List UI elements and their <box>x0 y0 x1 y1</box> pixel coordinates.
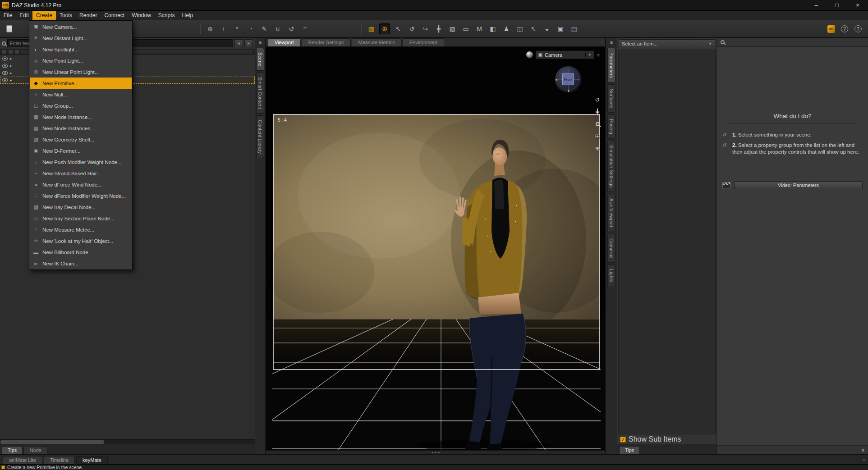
geometry-editor-tool-icon[interactable]: ◧ <box>487 23 498 34</box>
tab-lights[interactable]: Lights <box>607 265 615 287</box>
orbit-tool-icon[interactable]: ◔ <box>245 23 256 34</box>
tab-cameras[interactable]: Cameras <box>607 234 615 263</box>
tab-keymate[interactable]: keyMate <box>76 456 108 464</box>
maximize-button[interactable]: □ <box>827 0 847 10</box>
menu-item-new-push-modifier-weight-node[interactable]: ↕New Push Modifier Weight Node... <box>30 156 132 168</box>
tab-node[interactable]: Node <box>23 446 47 454</box>
close-button[interactable]: × <box>847 0 868 10</box>
viewport-3d-scene[interactable]: 5 : 4 <box>266 47 605 450</box>
menu-scripts[interactable]: Scripts <box>155 11 179 20</box>
search-icon[interactable] <box>721 40 725 44</box>
pane-options-icon[interactable]: ≡ <box>610 39 613 46</box>
view-navigation-cube[interactable]: Front <box>555 66 582 93</box>
visibility-column-chip[interactable] <box>2 50 7 54</box>
menu-item-new-camera[interactable]: ▣New Camera... <box>30 21 132 32</box>
viewport-resize-strip[interactable] <box>266 450 605 454</box>
viewport-options-icon[interactable]: ≡ <box>597 51 600 59</box>
menu-item-new-d-former[interactable]: ◉New D-Former... <box>30 145 132 156</box>
menu-item-new-spotlight[interactable]: ◐New Spotlight... <box>30 44 132 55</box>
selection-pointer-icon[interactable]: ▸ <box>10 71 12 75</box>
tab-tips-left[interactable]: Tips <box>2 446 23 454</box>
menu-edit[interactable]: Edit <box>16 11 32 20</box>
menu-item-new-null[interactable]: +New Null... <box>30 89 132 100</box>
aim-view-icon[interactable]: ⊕ <box>593 144 602 152</box>
menu-item-new-strand-based-hair[interactable]: ~New Strand-Based Hair... <box>30 168 132 179</box>
menu-connect[interactable]: Connect <box>101 11 128 20</box>
help-icon[interactable]: ? <box>853 23 863 34</box>
zoom-view-icon[interactable] <box>593 120 602 128</box>
horizontal-scrollbar[interactable] <box>0 439 255 444</box>
pane-options-icon[interactable]: ≡ <box>259 39 262 46</box>
menu-item-new-billboard-node[interactable]: ▬New Billboard Node <box>30 246 132 258</box>
menu-item-new-distant-light[interactable]: ☀New Distant Light... <box>30 32 132 44</box>
menu-item-new-primitive[interactable]: ◆New Primitive... <box>30 78 132 89</box>
frame-view-icon[interactable]: ⊞ <box>593 132 602 140</box>
tab-simulation-settings[interactable]: Simulation Settings <box>607 141 615 192</box>
shear-tool-icon[interactable]: ▭ <box>460 23 471 34</box>
minimize-button[interactable]: – <box>806 0 827 10</box>
draw-style-sphere-icon[interactable] <box>526 51 533 58</box>
ds-logo-icon[interactable]: DS <box>826 23 836 34</box>
visibility-eye-icon[interactable] <box>2 56 8 61</box>
new-scene-icon[interactable] <box>4 23 14 34</box>
visibility-eye-icon[interactable] <box>2 64 8 68</box>
selection-pointer-icon[interactable]: ▸ <box>10 56 12 61</box>
menu-item-new-node-instance[interactable]: ▦New Node Instance... <box>30 111 132 123</box>
pane-options-icon[interactable]: ≡ <box>862 447 864 454</box>
tab-environment[interactable]: Environment <box>403 38 444 46</box>
orbit-view-icon[interactable]: ↺ <box>593 96 602 104</box>
menu-create[interactable]: Create <box>32 11 56 20</box>
tab-surfaces[interactable]: Surfaces <box>607 84 615 113</box>
menu-item-new-node-instances[interactable]: ▤New Node Instances... <box>30 123 132 134</box>
property-group-list[interactable] <box>618 50 716 434</box>
menu-tools[interactable]: Tools <box>56 11 76 20</box>
pane-options-icon[interactable]: ≡ <box>863 456 865 463</box>
tab-timeline[interactable]: Timeline <box>44 456 75 464</box>
visibility-eye-icon[interactable] <box>2 78 8 82</box>
video-parameters-button[interactable]: Video: Parameters <box>734 181 863 189</box>
tab-content-library[interactable]: Content Library <box>256 115 264 158</box>
nav-cube-front-face[interactable]: Front <box>562 73 574 85</box>
tab-parameters[interactable]: Parameters <box>607 48 615 82</box>
menu-item-new-iray-decal-node[interactable]: ▨New Iray Decal Node... <box>30 201 132 213</box>
spin-tool-icon[interactable]: ↺ <box>286 23 297 34</box>
camera-view-tool-icon[interactable]: ◫ <box>514 23 525 34</box>
magnet-tool-icon[interactable]: ∪ <box>272 23 283 34</box>
pane-options-icon[interactable]: ≡ <box>601 39 603 46</box>
node-selection-tool-icon[interactable]: ↖ <box>393 23 404 34</box>
item-selector-dropdown[interactable]: Select an Item... ▼ <box>619 39 715 48</box>
scale-tool-icon[interactable]: ▧ <box>447 23 458 34</box>
camera-selector-dropdown[interactable]: ▣ Camera ▼ <box>536 50 594 59</box>
tab-smart-content[interactable]: Smart Content <box>256 73 264 114</box>
sphere-tool-icon[interactable]: ◒ <box>542 23 552 34</box>
add-node-icon[interactable]: ⊕ <box>205 23 216 34</box>
visibility-eye-icon[interactable] <box>2 71 8 75</box>
filter-back-button[interactable]: ◄ <box>234 39 243 47</box>
tab-posing[interactable]: Posing <box>607 114 615 139</box>
menu-item-new-iray-section-plane-node[interactable]: ▭New Iray Section Plane Node... <box>30 213 132 224</box>
figure-tool-icon[interactable]: ♟ <box>501 23 512 34</box>
menu-file[interactable]: File <box>0 11 16 20</box>
pointer-plus-tool-icon[interactable]: ↖ <box>528 23 539 34</box>
menu-item-new-ik-chain[interactable]: ∞New IK Chain... <box>30 258 132 269</box>
menu-item-new-group[interactable]: □New Group... <box>30 100 132 111</box>
menu-item-new-measure-metric[interactable]: ⊥New Measure Metric... <box>30 224 132 235</box>
viewport-3d-view[interactable]: 5 : 4 ▣ Camera ▼ ≡ Front <box>266 47 605 450</box>
menu-help[interactable]: Help <box>179 11 197 20</box>
tab-viewport[interactable]: Viewport <box>268 38 301 46</box>
list-tool-icon[interactable]: ≡ <box>299 23 310 34</box>
grid-plane-icon[interactable]: ▦ <box>366 23 377 34</box>
menu-render[interactable]: Render <box>76 11 101 20</box>
pen-tool-icon[interactable]: ✎ <box>259 23 270 34</box>
scrollbar-thumb[interactable] <box>0 440 104 444</box>
filter-forward-button[interactable]: ► <box>244 39 253 47</box>
rotate-tool-icon[interactable]: ↺ <box>406 23 417 34</box>
tab-animate-lite[interactable]: aniMate Lite <box>3 456 42 464</box>
menu-item-new-dforce-wind-node[interactable]: ≈New dForce Wind Node... <box>30 179 132 190</box>
surface-selection-tool-icon[interactable]: M <box>474 23 485 34</box>
link-node-icon[interactable]: + <box>218 23 229 34</box>
menu-item-new-linear-point-light[interactable]: ◎New Linear Point Light... <box>30 66 132 78</box>
tab-measure-metrics[interactable]: Measure Metrics <box>352 38 402 46</box>
selection-pointer-icon[interactable]: ▸ <box>10 64 12 68</box>
universal-tool-icon[interactable]: ⊕ <box>379 23 390 34</box>
